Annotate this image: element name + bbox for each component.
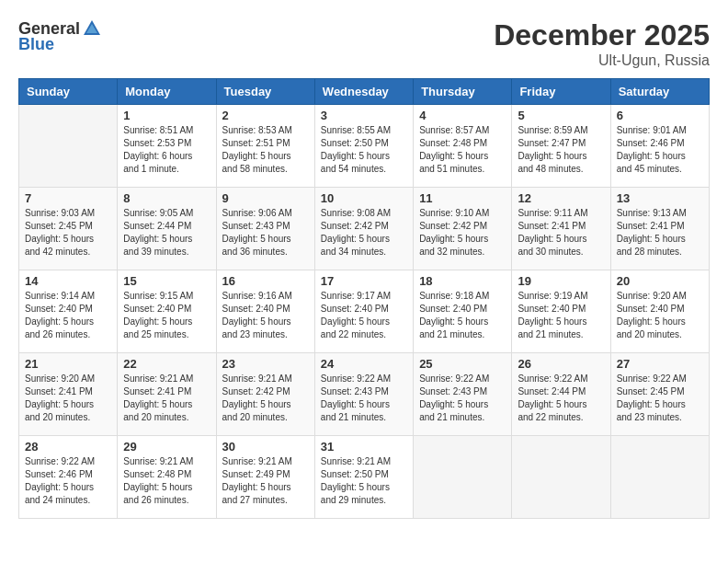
calendar-cell: 26Sunrise: 9:22 AM Sunset: 2:44 PM Dayli… (512, 353, 610, 436)
day-number: 29 (123, 440, 210, 454)
day-info: Sunrise: 9:03 AM Sunset: 2:45 PM Dayligh… (25, 207, 111, 259)
column-header-friday: Friday (512, 79, 610, 105)
day-info: Sunrise: 9:10 AM Sunset: 2:42 PM Dayligh… (419, 207, 506, 259)
logo: General Blue (18, 18, 104, 54)
day-info: Sunrise: 9:21 AM Sunset: 2:49 PM Dayligh… (222, 455, 309, 507)
calendar-cell: 28Sunrise: 9:22 AM Sunset: 2:46 PM Dayli… (19, 436, 118, 519)
calendar-cell: 1Sunrise: 8:51 AM Sunset: 2:53 PM Daylig… (118, 105, 216, 188)
day-info: Sunrise: 9:21 AM Sunset: 2:42 PM Dayligh… (222, 373, 309, 424)
day-info: Sunrise: 9:19 AM Sunset: 2:40 PM Dayligh… (518, 290, 604, 341)
day-number: 21 (25, 357, 111, 371)
day-number: 17 (321, 274, 407, 288)
calendar-cell (610, 436, 709, 519)
day-info: Sunrise: 9:18 AM Sunset: 2:40 PM Dayligh… (419, 290, 506, 341)
day-number: 31 (321, 440, 407, 454)
day-info: Sunrise: 9:01 AM Sunset: 2:46 PM Dayligh… (617, 124, 703, 176)
calendar-cell: 16Sunrise: 9:16 AM Sunset: 2:40 PM Dayli… (216, 270, 314, 353)
day-number: 12 (518, 191, 604, 205)
day-info: Sunrise: 9:16 AM Sunset: 2:40 PM Dayligh… (222, 290, 309, 341)
calendar-cell: 3Sunrise: 8:55 AM Sunset: 2:50 PM Daylig… (314, 105, 413, 188)
day-number: 13 (617, 191, 703, 205)
calendar-cell: 29Sunrise: 9:21 AM Sunset: 2:48 PM Dayli… (118, 436, 216, 519)
column-header-tuesday: Tuesday (216, 79, 314, 105)
calendar-cell: 11Sunrise: 9:10 AM Sunset: 2:42 PM Dayli… (414, 188, 512, 270)
calendar-cell: 27Sunrise: 9:22 AM Sunset: 2:45 PM Dayli… (610, 353, 709, 436)
calendar-cell: 23Sunrise: 9:21 AM Sunset: 2:42 PM Dayli… (216, 353, 314, 436)
day-info: Sunrise: 8:53 AM Sunset: 2:51 PM Dayligh… (222, 124, 309, 176)
day-info: Sunrise: 8:57 AM Sunset: 2:48 PM Dayligh… (419, 124, 506, 176)
day-info: Sunrise: 8:51 AM Sunset: 2:53 PM Dayligh… (123, 124, 210, 176)
day-number: 28 (25, 440, 111, 454)
day-info: Sunrise: 9:11 AM Sunset: 2:41 PM Dayligh… (518, 207, 604, 259)
day-number: 8 (123, 191, 210, 205)
calendar-cell: 15Sunrise: 9:15 AM Sunset: 2:40 PM Dayli… (118, 270, 216, 353)
day-info: Sunrise: 9:20 AM Sunset: 2:40 PM Dayligh… (617, 290, 703, 341)
day-number: 6 (617, 109, 703, 122)
day-number: 4 (419, 109, 506, 122)
location-subtitle: Ult-Ugun, Russia (494, 52, 710, 69)
day-number: 20 (617, 274, 703, 288)
day-info: Sunrise: 9:21 AM Sunset: 2:48 PM Dayligh… (123, 455, 210, 507)
calendar-cell: 18Sunrise: 9:18 AM Sunset: 2:40 PM Dayli… (414, 270, 512, 353)
calendar-week-row: 7Sunrise: 9:03 AM Sunset: 2:45 PM Daylig… (19, 188, 710, 270)
day-number: 7 (25, 191, 111, 205)
calendar-cell: 24Sunrise: 9:22 AM Sunset: 2:43 PM Dayli… (314, 353, 413, 436)
calendar-cell (512, 436, 610, 519)
day-info: Sunrise: 8:59 AM Sunset: 2:47 PM Dayligh… (518, 124, 604, 176)
calendar-cell: 22Sunrise: 9:21 AM Sunset: 2:41 PM Dayli… (118, 353, 216, 436)
calendar-cell: 19Sunrise: 9:19 AM Sunset: 2:40 PM Dayli… (512, 270, 610, 353)
day-number: 9 (222, 191, 309, 205)
day-number: 15 (123, 274, 210, 288)
calendar-week-row: 1Sunrise: 8:51 AM Sunset: 2:53 PM Daylig… (19, 105, 710, 188)
column-header-sunday: Sunday (19, 79, 118, 105)
calendar-cell (19, 105, 118, 188)
day-number: 16 (222, 274, 309, 288)
calendar-cell: 4Sunrise: 8:57 AM Sunset: 2:48 PM Daylig… (414, 105, 512, 188)
day-number: 23 (222, 357, 309, 371)
column-header-thursday: Thursday (414, 79, 512, 105)
day-info: Sunrise: 9:20 AM Sunset: 2:41 PM Dayligh… (25, 373, 111, 424)
column-header-wednesday: Wednesday (314, 79, 413, 105)
calendar-cell: 12Sunrise: 9:11 AM Sunset: 2:41 PM Dayli… (512, 188, 610, 270)
day-number: 25 (419, 357, 506, 371)
calendar-cell: 8Sunrise: 9:05 AM Sunset: 2:44 PM Daylig… (118, 188, 216, 270)
calendar-cell: 7Sunrise: 9:03 AM Sunset: 2:45 PM Daylig… (19, 188, 118, 270)
calendar-cell: 25Sunrise: 9:22 AM Sunset: 2:43 PM Dayli… (414, 353, 512, 436)
header: General Blue December 2025 Ult-Ugun, Rus… (18, 18, 710, 69)
calendar-cell: 2Sunrise: 8:53 AM Sunset: 2:51 PM Daylig… (216, 105, 314, 188)
month-year-title: December 2025 (494, 18, 710, 52)
day-number: 5 (518, 109, 604, 122)
day-number: 14 (25, 274, 111, 288)
calendar-cell: 30Sunrise: 9:21 AM Sunset: 2:49 PM Dayli… (216, 436, 314, 519)
day-number: 18 (419, 274, 506, 288)
day-number: 22 (123, 357, 210, 371)
day-info: Sunrise: 9:22 AM Sunset: 2:45 PM Dayligh… (617, 373, 703, 424)
calendar-week-row: 28Sunrise: 9:22 AM Sunset: 2:46 PM Dayli… (19, 436, 710, 519)
day-info: Sunrise: 8:55 AM Sunset: 2:50 PM Dayligh… (321, 124, 407, 176)
day-info: Sunrise: 9:15 AM Sunset: 2:40 PM Dayligh… (123, 290, 210, 341)
day-info: Sunrise: 9:22 AM Sunset: 2:43 PM Dayligh… (419, 373, 506, 424)
calendar-cell: 5Sunrise: 8:59 AM Sunset: 2:47 PM Daylig… (512, 105, 610, 188)
day-info: Sunrise: 9:08 AM Sunset: 2:42 PM Dayligh… (321, 207, 407, 259)
calendar-cell: 6Sunrise: 9:01 AM Sunset: 2:46 PM Daylig… (610, 105, 709, 188)
day-info: Sunrise: 9:17 AM Sunset: 2:40 PM Dayligh… (321, 290, 407, 341)
day-number: 1 (123, 109, 210, 122)
day-info: Sunrise: 9:21 AM Sunset: 2:50 PM Dayligh… (321, 455, 407, 507)
calendar-cell: 17Sunrise: 9:17 AM Sunset: 2:40 PM Dayli… (314, 270, 413, 353)
day-info: Sunrise: 9:05 AM Sunset: 2:44 PM Dayligh… (123, 207, 210, 259)
day-number: 3 (321, 109, 407, 122)
column-header-monday: Monday (118, 79, 216, 105)
day-number: 30 (222, 440, 309, 454)
calendar-cell: 13Sunrise: 9:13 AM Sunset: 2:41 PM Dayli… (610, 188, 709, 270)
logo-blue-text: Blue (18, 35, 54, 54)
day-info: Sunrise: 9:22 AM Sunset: 2:44 PM Dayligh… (518, 373, 604, 424)
calendar-table: SundayMondayTuesdayWednesdayThursdayFrid… (18, 78, 710, 519)
calendar-cell: 10Sunrise: 9:08 AM Sunset: 2:42 PM Dayli… (314, 188, 413, 270)
day-number: 19 (518, 274, 604, 288)
day-number: 11 (419, 191, 506, 205)
calendar-cell: 20Sunrise: 9:20 AM Sunset: 2:40 PM Dayli… (610, 270, 709, 353)
calendar-cell: 21Sunrise: 9:20 AM Sunset: 2:41 PM Dayli… (19, 353, 118, 436)
calendar-cell (414, 436, 512, 519)
calendar-cell: 14Sunrise: 9:14 AM Sunset: 2:40 PM Dayli… (19, 270, 118, 353)
day-info: Sunrise: 9:21 AM Sunset: 2:41 PM Dayligh… (123, 373, 210, 424)
